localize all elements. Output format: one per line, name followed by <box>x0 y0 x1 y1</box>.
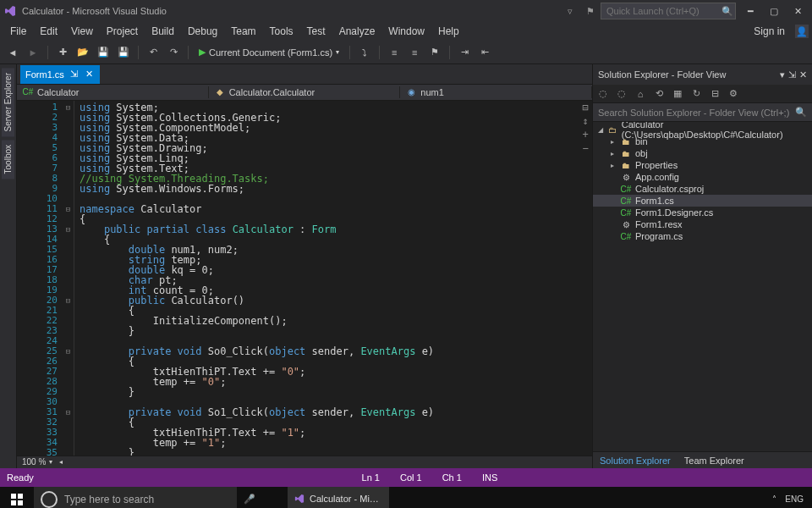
tab-form1[interactable]: Form1.cs ⇲ ✕ <box>20 65 100 84</box>
uncomment-button[interactable]: ≡ <box>405 43 424 62</box>
outdent-button[interactable]: ⇤ <box>475 43 494 62</box>
redo-button[interactable]: ↷ <box>164 43 183 62</box>
fold-column[interactable]: ⊟⊟⊟⊟⊟⊟⊟ <box>63 101 74 456</box>
close-button[interactable]: ✕ <box>787 3 809 19</box>
close-icon[interactable]: ✕ <box>799 69 807 80</box>
tray-lang[interactable]: ENG <box>785 494 804 504</box>
code-content[interactable]: using System;using System.Collections.Ge… <box>74 101 579 456</box>
menu-build[interactable]: Build <box>145 23 181 40</box>
sync-icon[interactable]: ⟲ <box>652 87 666 101</box>
refresh-icon[interactable]: ↻ <box>689 87 703 101</box>
tab-team-explorer[interactable]: Team Explorer <box>678 454 751 467</box>
open-file-button[interactable]: 📂 <box>74 43 92 62</box>
tree-node[interactable]: C#Calculator.csproj <box>593 183 812 195</box>
dropdown-icon[interactable]: ▾ <box>780 69 785 80</box>
start-debug-button[interactable]: ▶ Current Document (Form1.cs) ▾ <box>194 43 344 62</box>
solution-search[interactable]: Search Solution Explorer - Folder View (… <box>593 103 812 122</box>
tree-node[interactable]: ⚙Form1.resx <box>593 218 812 230</box>
svg-rect-3 <box>18 500 23 505</box>
solution-tab-strip: Solution Explorer Team Explorer <box>593 451 812 468</box>
field-icon: ◉ <box>405 86 417 98</box>
signin-link[interactable]: Sign in <box>747 23 792 40</box>
save-all-button[interactable]: 💾 <box>114 43 133 62</box>
window-title: Calculator - Microsoft Visual Studio <box>22 6 167 16</box>
back-icon[interactable]: ◌ <box>596 87 610 101</box>
notify-icon[interactable]: ⚑ <box>582 3 599 19</box>
fwd-icon[interactable]: ◌ <box>615 87 628 101</box>
nav-project[interactable]: C# Calculator <box>17 86 209 98</box>
split-icon[interactable]: ⊟ <box>582 102 588 113</box>
new-project-button[interactable]: ✚ <box>53 43 72 62</box>
menu-team[interactable]: Team <box>224 23 262 40</box>
tree-node[interactable]: ▸🖿obj <box>593 147 812 159</box>
windows-taskbar: Type here to search 🎤 Calculator - Micro… <box>0 487 812 508</box>
menu-help[interactable]: Help <box>431 23 466 40</box>
menu-debug[interactable]: Debug <box>181 23 224 40</box>
taskbar-app-vs[interactable]: Calculator - Micros... <box>288 487 389 508</box>
search-icon[interactable]: 🔍 <box>719 3 736 19</box>
cortana-icon <box>41 491 58 508</box>
collapse-icon[interactable]: ⊟ <box>708 87 721 101</box>
tray-chevron-icon[interactable]: ˄ <box>772 494 776 504</box>
tree-node[interactable]: ▸🖿Properties <box>593 159 812 171</box>
pin-icon[interactable]: ⇲ <box>69 69 80 80</box>
quick-launch-input[interactable] <box>601 3 736 19</box>
menu-file[interactable]: File <box>3 23 33 40</box>
zoom-label[interactable]: 100 % <box>22 457 46 467</box>
account-icon[interactable]: 👤 <box>795 25 809 38</box>
solution-header[interactable]: Solution Explorer - Folder View ▾ ⇲ ✕ <box>593 64 812 85</box>
tree-node[interactable]: C#Program.cs <box>593 230 812 242</box>
bookmark-button[interactable]: ⚑ <box>425 43 444 62</box>
close-icon[interactable]: ✕ <box>85 69 95 80</box>
nav-fwd-button[interactable]: ► <box>24 43 42 62</box>
menu-analyze[interactable]: Analyze <box>332 23 382 40</box>
tab-label: Form1.cs <box>25 69 64 80</box>
chevron-down-icon[interactable]: ▾ <box>49 458 52 466</box>
properties-icon[interactable]: ⚙ <box>727 87 740 101</box>
nav-back-button[interactable]: ◄ <box>3 43 22 62</box>
undo-button[interactable]: ↶ <box>144 43 162 62</box>
maximize-button[interactable]: ▢ <box>763 3 785 19</box>
comment-button[interactable]: ≡ <box>385 43 403 62</box>
tree-node[interactable]: ⚙App.config <box>593 171 812 183</box>
plus-icon[interactable]: + <box>582 130 588 140</box>
menu-window[interactable]: Window <box>381 23 431 40</box>
menu-tools[interactable]: Tools <box>263 23 300 40</box>
tab-solution-explorer[interactable]: Solution Explorer <box>593 454 678 467</box>
home-icon[interactable]: ⌂ <box>634 87 647 101</box>
code-editor[interactable]: 1234567891011121314151617181920212223242… <box>17 101 592 456</box>
save-button[interactable]: 💾 <box>94 43 112 62</box>
pin-icon[interactable]: ⇲ <box>788 69 796 80</box>
solution-toolbar: ◌ ◌ ⌂ ⟲ ▦ ↻ ⊟ ⚙ <box>593 85 812 103</box>
start-label: Current Document (Form1.cs) <box>209 47 332 58</box>
code-navbar: C# Calculator ◆ Calculator.Calculator ◉ … <box>17 84 592 102</box>
minimize-button[interactable]: ━ <box>739 3 761 19</box>
menu-edit[interactable]: Edit <box>33 23 64 40</box>
editor-margin-icons: ⊟ ↕ + − <box>579 101 592 456</box>
view-icon[interactable]: ▦ <box>671 87 684 101</box>
step-button[interactable]: ⤵ <box>355 43 374 62</box>
tree-node[interactable]: ◢🗀Calculator (C:\Users\qbap\Desktop\C#\C… <box>593 124 812 135</box>
menu-test[interactable]: Test <box>300 23 332 40</box>
server-explorer-tab[interactable]: Server Explorer <box>2 68 14 136</box>
status-col: Col 1 <box>400 472 422 483</box>
system-tray[interactable]: ˄ ENG <box>764 494 812 504</box>
mic-icon[interactable]: 🎤 <box>237 494 262 505</box>
solution-tree[interactable]: ◢🗀Calculator (C:\Users\qbap\Desktop\C#\C… <box>593 122 812 451</box>
toolbox-tab[interactable]: Toolbox <box>2 140 14 179</box>
windows-start-button[interactable] <box>0 487 34 508</box>
minus-icon[interactable]: − <box>582 143 588 153</box>
tree-node[interactable]: C#Form1.Designer.cs <box>593 207 812 218</box>
menu-view[interactable]: View <box>64 23 100 40</box>
scroll-left-icon[interactable]: ◂ <box>59 458 63 466</box>
indent-button[interactable]: ⇥ <box>455 43 474 62</box>
filter-icon[interactable]: ▿ <box>562 3 579 19</box>
nav-member[interactable]: ◉ num1 <box>400 86 592 98</box>
play-icon: ▶ <box>199 47 206 58</box>
status-bar: Ready Ln 1 Col 1 Ch 1 INS <box>0 468 812 487</box>
tree-node[interactable]: C#Form1.cs <box>593 195 812 207</box>
nav-class[interactable]: ◆ Calculator.Calculator <box>209 86 401 98</box>
taskbar-search[interactable]: Type here to search <box>34 487 237 508</box>
menu-project[interactable]: Project <box>100 23 145 40</box>
arrow-icon[interactable]: ↕ <box>582 116 588 126</box>
